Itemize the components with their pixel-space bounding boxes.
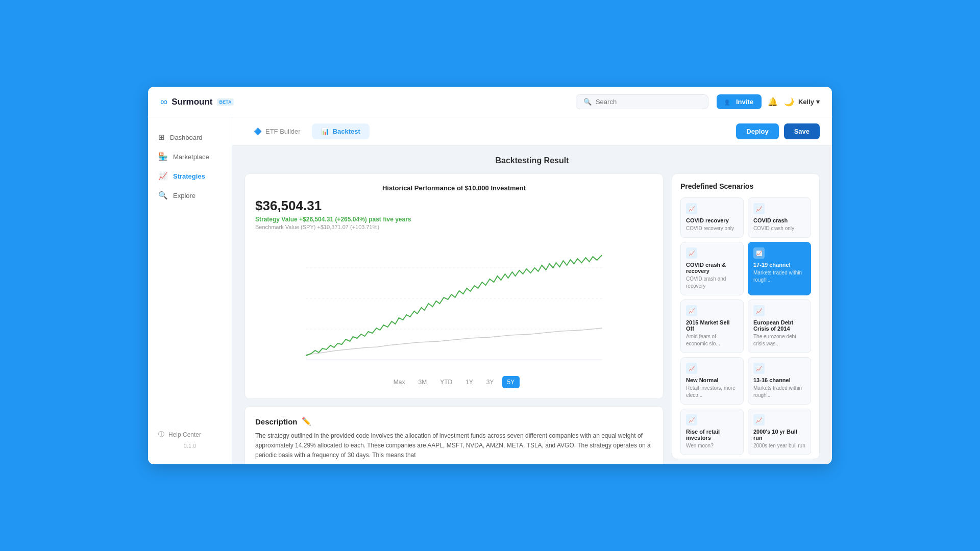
sidebar-item-dashboard-label: Dashboard: [170, 134, 203, 141]
chart-title: Historical Performance of $10,000 Invest…: [255, 184, 653, 192]
scenario-icon: 📈: [686, 305, 697, 316]
chart-section: Historical Performance of $10,000 Invest…: [244, 173, 664, 399]
search-input[interactable]: [596, 98, 701, 106]
main-content: 🔷 ETF Builder 📊 Backtest Deploy Save Bac…: [232, 117, 832, 464]
left-column: Historical Performance of $10,000 Invest…: [244, 173, 664, 464]
description-text: The strategy outlined in the provided co…: [255, 431, 653, 461]
tab-actions: Deploy Save: [736, 123, 820, 139]
scenario-name: New Normal: [686, 377, 738, 383]
save-button[interactable]: Save: [784, 123, 820, 139]
benchmark-return: Benchmark Value (SPY) +$10,371.07 (+103.…: [255, 224, 653, 230]
scenario-icon: 📈: [753, 363, 765, 374]
scenario-card-european-debt-crisis[interactable]: 📈 European Debt Crisis of 2014 The euroz…: [748, 299, 811, 353]
strategy-period: past five years: [369, 216, 411, 223]
sidebar-item-strategies[interactable]: 📈 Strategies: [148, 166, 232, 186]
description-section: Description ✏️ The strategy outlined in …: [244, 406, 664, 464]
page-title: Backtesting Result: [244, 156, 820, 165]
performance-chart: [255, 237, 653, 370]
notification-icon[interactable]: 🔔: [768, 97, 778, 107]
scenario-icon: 📈: [753, 414, 765, 425]
scenarios-panel: Predefined Scenarios 📈 COVID recovery CO…: [672, 173, 820, 459]
scenario-icon: 📈: [686, 247, 697, 259]
scenario-card-covid-recovery[interactable]: 📈 COVID recovery COVID recovery only: [680, 197, 744, 238]
sidebar-item-explore-label: Explore: [173, 192, 195, 199]
scenario-desc: Markets traded within roughl...: [753, 385, 805, 399]
sidebar-item-marketplace-label: Marketplace: [173, 153, 209, 161]
help-center-link[interactable]: ⓘ Help Center: [158, 430, 222, 439]
user-menu[interactable]: Kelly ▾: [798, 98, 820, 106]
scenario-name: COVID crash: [753, 217, 805, 223]
scenario-desc: COVID crash and recovery: [686, 276, 738, 290]
chart-container: [255, 237, 653, 370]
scenario-desc: The eurozone debt crisis was...: [753, 333, 805, 347]
sidebar-item-marketplace[interactable]: 🏪 Marketplace: [148, 147, 232, 166]
edit-icon[interactable]: ✏️: [302, 417, 311, 426]
time-btn-3m[interactable]: 3M: [413, 376, 432, 388]
sidebar-item-strategies-label: Strategies: [173, 172, 205, 180]
description-title: Description ✏️: [255, 417, 653, 426]
invite-button[interactable]: 👥 Invite: [717, 94, 762, 109]
search-container[interactable]: 🔍: [576, 94, 708, 109]
strategies-icon: 📈: [158, 171, 168, 181]
etf-builder-icon: 🔷: [254, 128, 262, 135]
scenario-icon: 📈: [753, 247, 765, 259]
help-label: Help Center: [168, 431, 201, 438]
header-icons: 🔔 🌙: [768, 97, 794, 107]
scenario-desc: Markets traded within roughl...: [753, 269, 805, 284]
scenario-card-2015-market-selloff[interactable]: 📈 2015 Market Sell Off Amid fears of eco…: [680, 299, 744, 353]
deploy-button[interactable]: Deploy: [736, 123, 778, 139]
backtest-icon: 📊: [321, 128, 329, 135]
scenario-card-2000s-bull-run[interactable]: 📈 2000's 10 yr Bull run 2000s ten year b…: [748, 409, 811, 455]
scenario-card-13-16-channel[interactable]: 📈 13-16 channel Markets traded within ro…: [748, 357, 811, 405]
scenario-name: 13-16 channel: [753, 377, 805, 383]
logo-badge: BETA: [217, 98, 234, 106]
scenario-desc: COVID recovery only: [686, 225, 738, 232]
sidebar-item-dashboard[interactable]: ⊞ Dashboard: [148, 128, 232, 147]
current-value: $36,504.31: [255, 198, 653, 214]
sidebar-item-explore[interactable]: 🔍 Explore: [148, 186, 232, 205]
scenario-icon: 📈: [753, 305, 765, 316]
scenario-desc: 2000s ten year bull run: [753, 442, 805, 449]
invite-label: Invite: [736, 98, 753, 106]
scenario-card-covid-crash-recovery[interactable]: 📈 COVID crash & recovery COVID crash and…: [680, 242, 744, 295]
scenario-name: European Debt Crisis of 2014: [753, 319, 805, 332]
tab-bar: 🔷 ETF Builder 📊 Backtest Deploy Save: [232, 117, 832, 146]
sidebar-bottom: ⓘ Help Center 0.1.0: [148, 425, 232, 454]
app-logo: ∞ Surmount BETA: [160, 96, 234, 108]
scenario-name: 17-19 channel: [753, 262, 805, 268]
scenario-desc: COVID crash only: [753, 225, 805, 232]
invite-icon: 👥: [725, 98, 733, 106]
theme-icon[interactable]: 🌙: [784, 97, 794, 107]
time-btn-max[interactable]: Max: [388, 376, 410, 388]
tab-backtest[interactable]: 📊 Backtest: [312, 123, 370, 139]
time-btn-5y[interactable]: 5Y: [502, 376, 520, 388]
content-area: Backtesting Result Historical Performanc…: [232, 146, 832, 464]
content-grid: Historical Performance of $10,000 Invest…: [244, 173, 820, 464]
scenario-name: 2015 Market Sell Off: [686, 319, 738, 332]
search-icon: 🔍: [583, 98, 592, 106]
logo-icon: ∞: [160, 96, 167, 108]
scenario-icon: 📈: [686, 363, 697, 374]
app-header: ∞ Surmount BETA 🔍 👥 Invite 🔔 🌙 Kelly ▾: [148, 87, 832, 117]
help-icon: ⓘ: [158, 430, 164, 439]
scenario-name: COVID crash & recovery: [686, 262, 738, 274]
scenario-card-new-normal[interactable]: 📈 New Normal Retail investors, more elec…: [680, 357, 744, 405]
scenario-card-17-19-channel[interactable]: 📈 17-19 channel Markets traded within ro…: [748, 242, 811, 295]
time-btn-ytd[interactable]: YTD: [435, 376, 457, 388]
scenario-desc: Amid fears of economic slo...: [686, 333, 738, 347]
scenario-icon: 📈: [686, 203, 697, 214]
scenario-icon: 📈: [686, 414, 697, 425]
chevron-down-icon: ▾: [816, 98, 820, 106]
time-btn-1y[interactable]: 1Y: [460, 376, 478, 388]
version-label: 0.1.0: [158, 443, 222, 449]
scenario-card-covid-crash[interactable]: 📈 COVID crash COVID crash only: [748, 197, 811, 238]
user-name: Kelly: [798, 98, 814, 106]
scenario-name: 2000's 10 yr Bull run: [753, 429, 805, 441]
strategy-return: Strategy Value +$26,504.31 (+265.04%) pa…: [255, 216, 653, 223]
scenario-icon: 📈: [753, 203, 765, 214]
tab-etf-builder[interactable]: 🔷 ETF Builder: [244, 123, 310, 139]
scenario-card-rise-retail-investors[interactable]: 📈 Rise of retail investors Wen moon?: [680, 409, 744, 455]
scenario-name: COVID recovery: [686, 217, 738, 223]
time-btn-3y[interactable]: 3Y: [481, 376, 499, 388]
scenario-desc: Wen moon?: [686, 442, 738, 449]
